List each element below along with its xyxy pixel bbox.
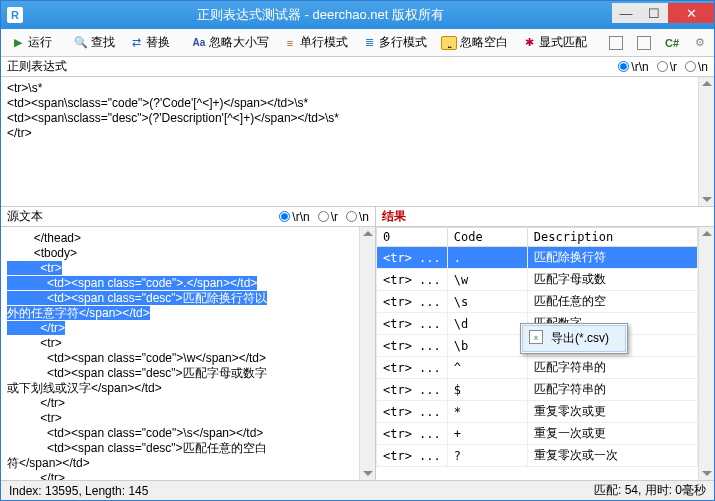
window-title: 正则表达式测试器 - deerchao.net 版权所有: [29, 6, 612, 24]
table-row[interactable]: <tr> ...\w匹配字母或数: [377, 269, 698, 291]
whitespace-icon: ˽: [441, 36, 457, 50]
single-line-button[interactable]: ≡单行模式: [277, 31, 354, 54]
scrollbar[interactable]: [698, 77, 714, 206]
status-right: 匹配: 54, 用时: 0毫秒: [594, 482, 706, 499]
csharp-icon: C#: [665, 36, 679, 50]
radio-lf[interactable]: \n: [685, 60, 708, 74]
table-row[interactable]: <tr> ...+重复一次或更: [377, 423, 698, 445]
col-0[interactable]: 0: [377, 228, 448, 247]
find-button[interactable]: 🔍查找: [68, 31, 121, 54]
table-row[interactable]: <tr> ...$匹配字符串的: [377, 379, 698, 401]
results-label: 结果: [382, 208, 406, 225]
radio-cr[interactable]: \r: [657, 60, 677, 74]
replace-button[interactable]: ⇄替换: [123, 31, 176, 54]
explicit-match-button[interactable]: ✱显式匹配: [516, 31, 593, 54]
table-row[interactable]: <tr> ...^匹配字符串的: [377, 357, 698, 379]
toolbar: ▶运行 🔍查找 ⇄替换 Aa忽略大小写 ≡单行模式 ≣多行模式 ˽忽略空白 ✱显…: [1, 29, 714, 57]
multi-line-icon: ≣: [362, 36, 376, 50]
results-table[interactable]: 0 Code Description <tr> ....匹配除换行符<tr> .…: [376, 227, 714, 480]
explicit-icon: ✱: [522, 36, 536, 50]
table-row[interactable]: <tr> ....匹配除换行符: [377, 247, 698, 269]
col-code[interactable]: Code: [447, 228, 527, 247]
source-label: 源文本: [7, 208, 43, 225]
maximize-button[interactable]: ☐: [640, 3, 668, 23]
export-csv-menuitem[interactable]: x 导出(*.csv): [522, 325, 626, 352]
options-button[interactable]: ⚙: [687, 33, 713, 53]
case-icon: Aa: [192, 36, 206, 50]
gear-icon: ⚙: [693, 36, 707, 50]
source-header: 源文本 \r\n \r \n: [1, 207, 375, 227]
replace-icon: ⇄: [129, 36, 143, 50]
single-line-icon: ≡: [283, 36, 297, 50]
close-button[interactable]: ✕: [668, 3, 714, 23]
ignore-case-button[interactable]: Aa忽略大小写: [186, 31, 275, 54]
ext-icon-1: [609, 36, 623, 50]
radio-crlf[interactable]: \r\n: [618, 60, 648, 74]
radio-cr-2[interactable]: \r: [318, 210, 338, 224]
col-description[interactable]: Description: [527, 228, 697, 247]
context-menu: x 导出(*.csv): [520, 323, 628, 354]
scrollbar[interactable]: [359, 227, 375, 480]
multi-line-button[interactable]: ≣多行模式: [356, 31, 433, 54]
ext-button-3[interactable]: C#: [659, 33, 685, 53]
radio-lf-2[interactable]: \n: [346, 210, 369, 224]
statusbar: Index: 13595, Length: 145 匹配: 54, 用时: 0毫…: [1, 480, 714, 500]
minimize-button[interactable]: —: [612, 3, 640, 23]
scrollbar[interactable]: [698, 227, 714, 480]
grid-icon: [637, 36, 651, 50]
run-button[interactable]: ▶运行: [5, 31, 58, 54]
table-row[interactable]: <tr> ...\s匹配任意的空: [377, 291, 698, 313]
titlebar: R 正则表达式测试器 - deerchao.net 版权所有 — ☐ ✕: [1, 1, 714, 29]
search-icon: 🔍: [74, 36, 88, 50]
app-icon: R: [7, 7, 23, 23]
results-header: 结果: [376, 207, 714, 227]
ext-button-2[interactable]: [631, 33, 657, 53]
play-icon: ▶: [11, 36, 25, 50]
table-row[interactable]: <tr> ...?重复零次或一次: [377, 445, 698, 467]
regex-label: 正则表达式: [7, 58, 67, 75]
status-left: Index: 13595, Length: 145: [9, 484, 148, 498]
ignore-whitespace-button[interactable]: ˽忽略空白: [435, 31, 514, 54]
source-textarea[interactable]: </thead> <tbody> <tr> <td><span class="c…: [1, 227, 375, 480]
regex-textarea[interactable]: <tr>\s* <td><span\sclass="code">(?'Code'…: [1, 77, 714, 207]
export-icon: x: [529, 330, 543, 344]
regex-header: 正则表达式 \r\n \r \n: [1, 57, 714, 77]
radio-crlf-2[interactable]: \r\n: [279, 210, 309, 224]
ext-button-1[interactable]: [603, 33, 629, 53]
table-row[interactable]: <tr> ...*重复零次或更: [377, 401, 698, 423]
